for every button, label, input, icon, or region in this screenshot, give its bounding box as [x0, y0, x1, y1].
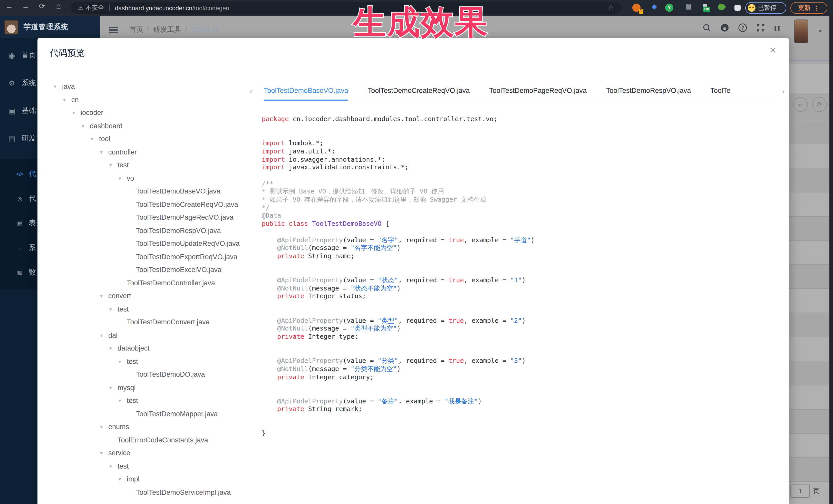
- font-size-icon[interactable]: tT: [774, 23, 781, 32]
- extensions-puzzle-icon[interactable]: [735, 5, 741, 11]
- background-search-button[interactable]: ⌕: [793, 97, 808, 112]
- github-icon[interactable]: [720, 23, 729, 32]
- browser-scrollbar[interactable]: [829, 16, 833, 504]
- page-number-input[interactable]: 1: [790, 484, 810, 498]
- url-host: dashboard.yudao.iocoder.cn: [115, 4, 192, 11]
- tree-folder[interactable]: ▾iocoder: [38, 106, 257, 119]
- tree-folder[interactable]: ▾test: [38, 303, 257, 316]
- tree-file[interactable]: ToolErrorCodeConstants.java: [38, 433, 257, 447]
- forward-icon[interactable]: →: [20, 2, 32, 10]
- update-button[interactable]: 更新 ⋮: [790, 2, 827, 14]
- tree-folder[interactable]: ▾cn: [38, 93, 257, 106]
- sidebar-item-label: 研发: [22, 134, 36, 143]
- tab[interactable]: ToolTestDemoCreateReqVO.java: [368, 82, 470, 101]
- tree-file[interactable]: ToolTestDemoUpdateReqVO.java: [38, 237, 257, 250]
- code-view: package cn.iocoder.dashboard.modules.too…: [262, 115, 781, 504]
- tree-folder[interactable]: ▾mysql: [38, 381, 257, 394]
- tree-label: iocoder: [80, 109, 103, 117]
- code-line: @ApiModelProperty(value = "备注", example …: [262, 397, 781, 405]
- shield-icon: ◎: [13, 195, 26, 202]
- code-line: @NotNull(message = "状态不能为空"): [262, 284, 781, 292]
- user-avatar[interactable]: [794, 20, 808, 43]
- fullscreen-icon[interactable]: [756, 23, 765, 32]
- tree-file[interactable]: ToolTestDemoExcelVO.java: [38, 263, 257, 277]
- tree-folder[interactable]: ▾java: [38, 80, 257, 93]
- extension-green-icon[interactable]: Y: [665, 4, 673, 12]
- tree-folder[interactable]: ▾dashboard: [38, 119, 257, 133]
- tree-file[interactable]: ToolTestDemoDO.java: [38, 368, 257, 381]
- caret-down-icon: ▾: [119, 359, 127, 364]
- tab[interactable]: ToolTe: [710, 82, 730, 101]
- browser-menu-icon[interactable]: ⋮: [813, 4, 820, 11]
- tree-file[interactable]: ToolTestDemoBaseVO.java: [38, 185, 257, 198]
- tab[interactable]: ToolTestDemoRespVO.java: [606, 82, 691, 101]
- breadcrumb-item[interactable]: 首页: [129, 25, 143, 34]
- extension-grid-icon[interactable]: ▦: [685, 3, 692, 10]
- background-pagination: 1 页: [790, 484, 820, 498]
- code-line: @NotNull(message = "分类不能为空"): [262, 365, 781, 373]
- background-form: [789, 64, 829, 93]
- background-refresh-button[interactable]: ⟳: [812, 97, 827, 112]
- caret-down-icon: ▾: [81, 123, 90, 129]
- close-icon[interactable]: ✕: [769, 45, 777, 56]
- background-table-row: [789, 120, 829, 144]
- code-line: /**: [262, 179, 781, 187]
- tree-label: convert: [108, 292, 131, 300]
- tree-folder[interactable]: ▾dal: [38, 329, 257, 342]
- tree-file[interactable]: ToolTestDemoCreateReqVO.java: [38, 198, 257, 211]
- modal-title: 代码预览: [50, 47, 85, 59]
- tree-folder[interactable]: ▾vo: [38, 172, 257, 185]
- logo-bar[interactable]: 芋道管理系统: [0, 16, 100, 38]
- tree-folder[interactable]: ▾dataobject: [38, 342, 257, 355]
- code-line: @ApiModelProperty(value = "名字", required…: [262, 236, 781, 244]
- home-icon[interactable]: ⌂: [52, 2, 65, 10]
- reload-icon[interactable]: ⟳: [36, 2, 48, 11]
- caret-down-icon: ▾: [91, 136, 99, 142]
- bookmark-star-icon[interactable]: ☆: [608, 4, 614, 11]
- tree-folder[interactable]: ▾test: [38, 159, 257, 172]
- sidebar-subitem-label: 代: [29, 194, 36, 203]
- code-preview-modal: 代码预览 ✕ ▾java▾cn▾iocoder▾dashboard▾tool▾c…: [38, 38, 789, 504]
- briefcase-icon: ▤: [7, 135, 17, 143]
- help-icon[interactable]: ?: [738, 23, 747, 32]
- hamburger-icon[interactable]: [109, 27, 118, 28]
- breadcrumb-item[interactable]: 研发工具: [153, 25, 181, 34]
- tree-folder[interactable]: ▾controller: [38, 145, 257, 159]
- tree-folder[interactable]: ▾enums: [38, 421, 257, 433]
- tree-folder[interactable]: ▾test: [38, 394, 257, 407]
- tree-folder[interactable]: ▾tool: [38, 133, 257, 145]
- url-divider: [109, 5, 110, 11]
- tree-file[interactable]: ToolTestDemoConvert.java: [38, 316, 257, 329]
- url-bar[interactable]: ⚠ 不安全 dashboard.yudao.iocoder.cn /tool/c…: [71, 2, 621, 14]
- tab[interactable]: ToolTestDemoBaseVO.java: [264, 82, 348, 101]
- tree-file[interactable]: ToolTestDemoRespVO.java: [38, 224, 257, 237]
- caret-down-icon: ▾: [119, 477, 127, 482]
- tree-file[interactable]: ToolTestDemoExportReqVO.java: [38, 250, 257, 263]
- tree-folder[interactable]: ▾service: [38, 447, 257, 460]
- extension-orange-icon[interactable]: 1: [632, 4, 641, 12]
- tree-folder[interactable]: ▾test: [38, 355, 257, 368]
- tree-file[interactable]: ToolTestDemoPageReqVO.java: [38, 211, 257, 224]
- tree-folder[interactable]: ▾impl: [38, 473, 257, 486]
- back-icon[interactable]: ←: [3, 2, 16, 10]
- tree-folder[interactable]: ▾test: [38, 460, 257, 473]
- sidebar-subitem-label: 代: [29, 169, 36, 178]
- caret-down-icon: ▾: [72, 110, 80, 116]
- search-icon[interactable]: [703, 23, 711, 32]
- tree-label: mysql: [118, 384, 136, 391]
- profile-chip[interactable]: 已暂停: [745, 2, 786, 14]
- code-line: @ApiModelProperty(value = "类型", required…: [262, 316, 781, 325]
- tree-file[interactable]: ToolTestDemoController.java: [38, 277, 257, 289]
- caret-down-icon: ▾: [109, 346, 118, 351]
- code-line: [262, 260, 781, 268]
- extension-gem-icon[interactable]: ◆: [652, 3, 657, 10]
- tabs-scroll-right-icon[interactable]: ›: [782, 86, 785, 96]
- extension-plant-icon[interactable]: [718, 4, 725, 10]
- tree-file[interactable]: ToolTestDemoServiceImpl.java: [38, 486, 257, 499]
- extension-list-icon[interactable]: ≣ on: [702, 2, 708, 10]
- tree-folder[interactable]: ▾convert: [38, 289, 257, 303]
- tabs-scroll-left-icon[interactable]: ‹: [249, 86, 252, 96]
- tab[interactable]: ToolTestDemoPageReqVO.java: [489, 82, 587, 101]
- code-line: @Data: [262, 212, 781, 220]
- tree-file[interactable]: ToolTestDemoMapper.java: [38, 407, 257, 421]
